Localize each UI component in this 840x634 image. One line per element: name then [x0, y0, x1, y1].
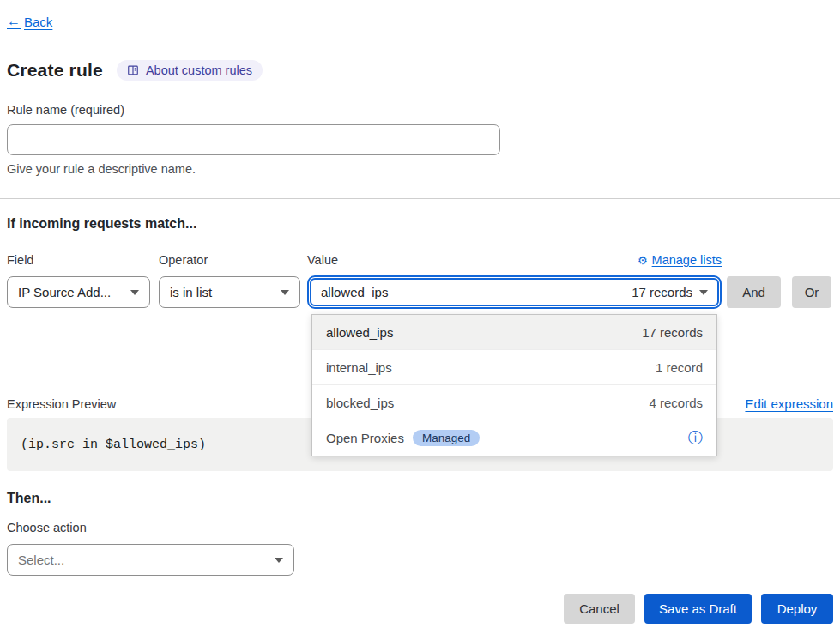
- about-custom-rules-badge[interactable]: About custom rules: [117, 60, 263, 81]
- list-option-name: blocked_ips: [326, 395, 394, 410]
- expression-code-text: (ip.src in $allowed_ips): [21, 438, 206, 452]
- operator-select[interactable]: is in list: [159, 276, 300, 308]
- chevron-down-icon: [275, 558, 283, 563]
- save-as-draft-button[interactable]: Save as Draft: [644, 594, 752, 624]
- field-select[interactable]: IP Source Add...: [7, 276, 150, 308]
- back-link[interactable]: ←Back: [7, 14, 52, 29]
- list-option-name: allowed_ips: [326, 325, 393, 340]
- list-option-records: 1 record: [656, 360, 703, 375]
- lists-dropdown: allowed_ips 17 records internal_ips 1 re…: [311, 314, 717, 456]
- list-option-records: 17 records: [642, 325, 703, 340]
- gear-icon: ⚙: [638, 255, 648, 266]
- cancel-button[interactable]: Cancel: [564, 594, 635, 624]
- list-option-open-proxies[interactable]: Open Proxies Managed ⓘ: [312, 420, 716, 456]
- or-button[interactable]: Or: [792, 276, 831, 308]
- match-section-heading: If incoming requests match...: [7, 216, 833, 233]
- chevron-down-icon: [130, 290, 139, 295]
- book-icon: [127, 64, 139, 76]
- list-option-name: internal_ips: [326, 360, 392, 375]
- edit-expression-link[interactable]: Edit expression: [745, 396, 833, 411]
- section-divider: [0, 198, 840, 199]
- back-link-label: Back: [24, 15, 52, 29]
- then-section-heading: Then...: [7, 491, 833, 507]
- page-title: Create rule: [7, 60, 103, 81]
- manage-lists-link[interactable]: ⚙ Manage lists: [638, 253, 722, 267]
- value-combobox-value: allowed_ips: [321, 285, 388, 299]
- value-records-count: 17 records: [632, 285, 692, 299]
- action-select-placeholder: Select...: [18, 552, 64, 567]
- list-option-allowed-ips[interactable]: allowed_ips 17 records: [312, 315, 716, 350]
- rule-name-label: Rule name (required): [7, 103, 833, 118]
- list-option-name: Open Proxies: [326, 431, 404, 445]
- rule-name-helper: Give your rule a descriptive name.: [7, 162, 833, 178]
- managed-badge: Managed: [413, 430, 480, 447]
- list-option-blocked-ips[interactable]: blocked_ips 4 records: [312, 385, 716, 420]
- list-option-records: 4 records: [649, 395, 703, 410]
- rule-name-input[interactable]: [7, 124, 500, 155]
- value-combobox[interactable]: allowed_ips 17 records: [307, 275, 722, 309]
- choose-action-label: Choose action: [7, 521, 833, 536]
- chevron-down-icon: [699, 290, 708, 295]
- deploy-button[interactable]: Deploy: [761, 594, 833, 624]
- operator-label: Operator: [159, 253, 307, 267]
- create-rule-page: ←Back Create rule About custom rules Rul…: [0, 0, 840, 634]
- operator-select-value: is in list: [170, 285, 212, 299]
- field-label: Field: [7, 253, 159, 267]
- field-select-value: IP Source Add...: [18, 285, 111, 299]
- about-badge-label: About custom rules: [146, 63, 252, 77]
- manage-lists-label: Manage lists: [652, 253, 722, 267]
- arrow-left-icon: ←: [7, 14, 21, 29]
- expression-preview-label: Expression Preview: [7, 397, 116, 411]
- value-label: Value: [307, 253, 338, 267]
- chevron-down-icon: [281, 290, 289, 295]
- action-select[interactable]: Select...: [7, 544, 294, 576]
- and-button[interactable]: And: [727, 276, 781, 308]
- info-icon[interactable]: ⓘ: [688, 431, 703, 445]
- list-option-internal-ips[interactable]: internal_ips 1 record: [312, 350, 716, 385]
